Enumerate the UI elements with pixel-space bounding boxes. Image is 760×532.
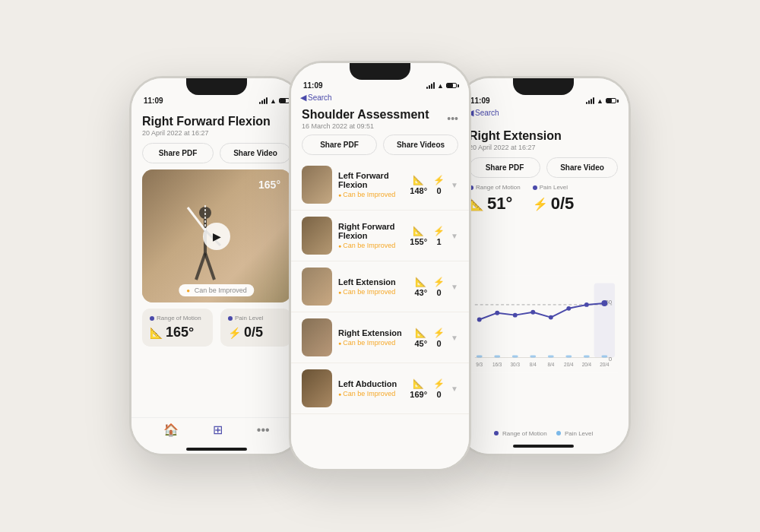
assessment-item-2[interactable]: Left Extension ● Can be Improved 📐 43° ⚡ [291, 261, 469, 312]
svg-point-14 [513, 313, 518, 318]
svg-text:20/4: 20/4 [564, 362, 574, 367]
status-icons-center: ▲ [426, 82, 457, 90]
home-nav-left[interactable]: 🏠 [163, 423, 179, 437]
rom-stat-2: 📐 43° [414, 277, 427, 297]
legend-pain-right: Pain Level [556, 430, 594, 437]
pain-val-1: 1 [437, 237, 442, 246]
play-button-left[interactable]: ▶ [203, 223, 230, 250]
assessment-item-1[interactable]: Right Forward Flexion ● Can be Improved … [291, 211, 469, 261]
rom-icon-1: 📐 [413, 226, 424, 236]
rom-label-left: Range of Motion [150, 315, 205, 321]
rom-chart-value-right: 📐 51° [469, 194, 521, 214]
home-indicator-left [186, 448, 247, 451]
name-1: Right Forward Flexion [338, 222, 404, 240]
pain-stat-1: ⚡ 1 [433, 226, 445, 246]
status-dot-0: ● [338, 192, 341, 198]
svg-text:8/4: 8/4 [547, 362, 554, 367]
back-btn-center[interactable]: ◀ [300, 93, 306, 103]
chevron-4[interactable]: ▼ [451, 385, 458, 393]
more-nav-left[interactable]: ••• [257, 423, 270, 437]
chevron-3[interactable]: ▼ [451, 334, 458, 342]
rom-val-2: 43° [414, 288, 427, 297]
rom-val-3: 45° [414, 339, 427, 348]
chevron-2[interactable]: ▼ [451, 283, 458, 291]
status-text-0: Can be Improved [343, 191, 395, 198]
notch-right [513, 78, 574, 95]
svg-rect-22 [512, 356, 518, 358]
assessment-header-center: Shoulder Assessment 16 March 2022 at 09:… [291, 106, 469, 130]
phones-container: 11:09 ▲ Right Forward Flexion 20 April 2… [0, 0, 760, 532]
share-video-button-left[interactable]: Share Video [220, 143, 291, 163]
signal-icon-center [426, 82, 435, 89]
grid-nav-left[interactable]: ⊞ [213, 423, 223, 437]
assessment-item-3[interactable]: Right Extension ● Can be Improved 📐 45° … [291, 312, 469, 363]
thumb-1 [302, 217, 332, 255]
status-1: ● Can be Improved [338, 242, 404, 249]
assessment-item-4[interactable]: Left Abduction ● Can be Improved 📐 169° … [291, 363, 469, 414]
rom-chart-icon-right: 📐 [469, 197, 484, 211]
thumb-2 [302, 268, 332, 306]
svg-text:20/4: 20/4 [582, 362, 592, 367]
video-status-text-left: Can be Improved [195, 287, 247, 294]
assessment-title-center: Shoulder Assessment [302, 107, 429, 122]
svg-rect-8 [594, 283, 615, 358]
svg-line-4 [196, 253, 205, 280]
status-text-3: Can be Improved [343, 339, 395, 347]
signal-icon-right [586, 97, 594, 104]
metrics-row-left: Range of Motion 📐 165° Pain Level [142, 309, 291, 347]
status-text-4: Can be Improved [343, 390, 395, 397]
chart-metrics-right: Range of Motion 📐 51° Pain Level [469, 184, 618, 214]
share-pdf-btn-right[interactable]: Share PDF [469, 157, 540, 178]
search-label-center: Search [308, 93, 332, 102]
chevron-0[interactable]: ▼ [451, 181, 458, 189]
btn-row-left: Share PDF Share Video [142, 143, 291, 163]
svg-rect-25 [565, 356, 572, 358]
name-2: Left Extension [338, 277, 408, 287]
assessment-item-0[interactable]: Left Forward Flexion ● Can be Improved 📐… [291, 160, 469, 211]
time-right: 11:09 [470, 97, 490, 105]
content-right: Right Extension 20 April 2022 at 16:27 S… [458, 121, 629, 445]
stats-1: 📐 155° ⚡ 1 [410, 226, 445, 246]
signal-icon-left [259, 97, 268, 104]
page-subtitle-left: 20 April 2022 at 16:27 [142, 129, 291, 137]
rom-val-0: 148° [410, 186, 427, 195]
rom-value-left: 📐 165° [150, 325, 205, 340]
pain-chart-metric-right: Pain Level ⚡ 0/5 [533, 184, 575, 214]
thumb-3 [302, 318, 332, 356]
share-video-btn-right[interactable]: Share Video [546, 157, 618, 178]
status-dot-1: ● [338, 243, 341, 249]
svg-rect-26 [584, 356, 590, 358]
share-pdf-btn-center[interactable]: Share PDF [302, 135, 377, 155]
nav-bar-center: ◀ Search [291, 91, 469, 106]
angle-label-left: 165° [258, 179, 280, 191]
notch-left [186, 78, 247, 95]
svg-text:20/4: 20/4 [600, 362, 610, 367]
stats-0: 📐 148° ⚡ 0 [410, 175, 445, 195]
share-videos-btn-center[interactable]: Share Videos [383, 135, 458, 155]
svg-rect-23 [530, 356, 536, 358]
home-indicator-right [513, 445, 574, 448]
svg-point-18 [584, 302, 589, 307]
share-pdf-button-left[interactable]: Share PDF [142, 143, 214, 163]
assessment-list-center: Left Forward Flexion ● Can be Improved 📐… [291, 160, 469, 469]
rom-icon-4: 📐 [413, 378, 424, 389]
btn-row-center: Share PDF Share Videos [302, 135, 458, 155]
pain-chart-icon-right: ⚡ [533, 197, 548, 211]
info-3: Right Extension ● Can be Improved [338, 328, 408, 347]
video-thumbnail-left[interactable]: 165° ▶ ● Can be Improved [142, 169, 291, 302]
chart-legend-right: Range of Motion Pain Level [469, 430, 618, 437]
pain-chart-dot-right [533, 185, 537, 190]
battery-icon-right [606, 98, 616, 103]
info-2: Left Extension ● Can be Improved [338, 277, 408, 296]
thumb-4 [302, 369, 332, 407]
phone-center: 11:09 ▲ ◀ Search Should [289, 61, 471, 471]
more-btn-center[interactable]: ••• [447, 112, 458, 125]
chevron-1[interactable]: ▼ [451, 232, 458, 240]
svg-text:16/3: 16/3 [492, 362, 502, 367]
page-title-right: Right Extension [469, 128, 618, 143]
rom-dot-left [150, 316, 154, 321]
rom-stat-3: 📐 45° [414, 328, 427, 348]
pain-val-3: 0 [437, 339, 442, 348]
screen-center: 11:09 ▲ ◀ Search Should [291, 63, 469, 469]
pain-icon-1: ⚡ [433, 226, 445, 236]
